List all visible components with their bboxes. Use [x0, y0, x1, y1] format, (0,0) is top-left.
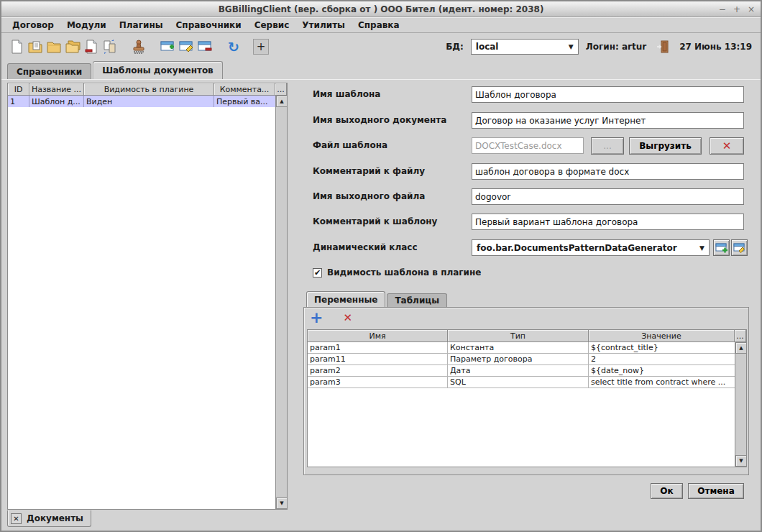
form-row-file-comment: Комментарий к файлу [303, 163, 749, 180]
menu-item-spravochniki[interactable]: Справочники [170, 20, 248, 30]
menu-item-dogovor[interactable]: Договор [6, 20, 60, 30]
bottom-tab-label: Документы [27, 513, 83, 523]
db-combobox[interactable]: local ▼ [471, 39, 579, 55]
table-row[interactable]: param2 Дата ${date_now} [308, 365, 735, 377]
cell-id: 1 [8, 96, 29, 107]
table-row[interactable]: 1 Шаблон д... Виден Первый ва... [8, 96, 275, 107]
datetime-label: 27 Июнь 13:19 [679, 42, 752, 52]
add-window-icon[interactable] [158, 37, 177, 56]
db-combobox-value: local [476, 42, 563, 52]
cell-var-name: param3 [308, 377, 448, 387]
templates-table-scrollbar[interactable]: ▲ ▼ [275, 96, 287, 509]
tab-peremennye[interactable]: Переменные [306, 291, 385, 307]
menu-item-moduli[interactable]: Модули [60, 20, 113, 30]
refresh-icon[interactable]: ↻ [224, 37, 243, 56]
template-name-input[interactable] [472, 86, 744, 103]
output-doc-name-input[interactable] [472, 112, 744, 129]
dynamic-class-value: foo.bar.DocumentsPatternDataGenerator [477, 243, 694, 253]
remove-window-icon[interactable] [196, 37, 214, 56]
templates-table: ID Название ... Видимость в плагине Комм… [7, 83, 288, 510]
table-row[interactable]: param1 Константа ${contract_title} [308, 342, 735, 354]
column-header-name[interactable]: Название ... [29, 83, 84, 96]
column-header-visibility[interactable]: Видимость в плагине [84, 83, 214, 96]
scrollbar-track[interactable] [276, 107, 287, 497]
tab-tablicy[interactable]: Таблицы [387, 293, 447, 307]
form-row-dynamic-class: Динамический класс foo.bar.DocumentsPatt… [303, 239, 749, 257]
scroll-down-icon[interactable]: ▼ [735, 455, 747, 467]
template-file-input [472, 137, 584, 154]
form-row-output-file-name: Имя выходного файла [303, 188, 749, 206]
cell-var-name: param2 [308, 365, 448, 376]
add-variable-icon[interactable]: + [310, 310, 323, 326]
cell-var-type: Параметр договора [448, 354, 589, 364]
scrollbar-track[interactable] [735, 354, 746, 455]
upload-file-button[interactable]: Выгрузить [629, 137, 702, 155]
add-class-button[interactable] [713, 239, 730, 256]
file-comment-input[interactable] [472, 163, 744, 180]
content-area: ID Название ... Видимость в плагине Комм… [1, 79, 761, 512]
column-header-id[interactable]: ID [8, 83, 29, 96]
cell-var-type: Дата [448, 365, 589, 376]
delete-document-icon[interactable] [82, 37, 101, 56]
login-label: Логин: artur [586, 42, 646, 52]
chevron-down-icon: ▼ [569, 43, 574, 50]
logout-door-icon[interactable] [653, 37, 672, 56]
cell-var-name: param11 [308, 354, 448, 364]
form-row-template-name: Имя шаблона [303, 86, 749, 104]
minimize-icon[interactable]: − [719, 4, 726, 14]
scroll-up-icon[interactable]: ▲ [276, 96, 288, 107]
scroll-up-icon[interactable]: ▲ [735, 342, 747, 354]
maximize-icon[interactable]: + [733, 4, 740, 14]
toolbar-plus-button[interactable]: + [253, 39, 269, 55]
table-row[interactable]: param11 Параметр договора 2 [308, 354, 735, 365]
title-bar[interactable]: BGBillingClient (вер. сборка от ) ООО Би… [1, 1, 761, 17]
chevron-down-icon: ▼ [699, 244, 704, 252]
scroll-down-icon[interactable]: ▼ [276, 497, 288, 509]
cancel-button[interactable]: Отмена [688, 483, 744, 499]
browse-file-button[interactable]: ... [591, 137, 624, 155]
tab-shablony-dokumentov[interactable]: Шаблоны документов [93, 61, 223, 79]
column-header-var-type[interactable]: Тип [448, 330, 589, 342]
column-header-var-value[interactable]: Значение [589, 330, 735, 342]
form-row-template-file: Файл шаблона ... Выгрузить ✕ [303, 137, 749, 155]
clear-file-button[interactable]: ✕ [710, 137, 744, 155]
column-header-var-name[interactable]: Имя [308, 330, 448, 342]
variables-tabstrip: Переменные Таблицы [303, 291, 449, 307]
template-comment-input[interactable] [472, 214, 744, 230]
folder-icon[interactable] [45, 37, 63, 56]
variables-table: Имя Тип Значение ... param1 Константа ${… [307, 329, 747, 467]
checkbox-checked-icon[interactable]: ✔ [313, 268, 322, 278]
new-document-icon[interactable] [7, 37, 26, 56]
column-header-comment[interactable]: Коммента... [214, 83, 275, 96]
add-window-icon [715, 242, 728, 254]
menu-item-spravka[interactable]: Справка [352, 20, 406, 30]
column-chooser-button[interactable]: ... [735, 330, 746, 342]
menu-item-servis[interactable]: Сервис [248, 20, 296, 30]
dynamic-class-label: Динамический класс [313, 242, 418, 252]
table-row[interactable]: param3 SQL select title from contract wh… [308, 377, 735, 388]
open-document-icon[interactable] [26, 37, 45, 56]
window-title: BGBillingClient (вер. сборка от ) ООО Би… [219, 4, 544, 14]
variables-table-scrollbar[interactable]: ▲ ▼ [735, 342, 746, 467]
edit-window-icon[interactable] [177, 37, 196, 56]
column-chooser-button[interactable]: ... [275, 83, 287, 96]
output-file-name-input[interactable] [472, 188, 744, 205]
tab-dokumenty[interactable]: ✕ Документы [7, 510, 91, 527]
templates-table-header: ID Название ... Видимость в плагине Комм… [8, 83, 287, 96]
ok-button[interactable]: Ок [651, 483, 683, 499]
cell-var-type: Константа [448, 342, 589, 353]
delete-variable-icon[interactable]: ✕ [343, 311, 352, 324]
dynamic-class-combobox[interactable]: foo.bar.DocumentsPatternDataGenerator ▼ [472, 239, 710, 256]
close-tab-icon[interactable]: ✕ [11, 513, 22, 524]
edit-class-button[interactable] [731, 239, 748, 256]
tab-spravochniki[interactable]: Справочники [7, 63, 91, 79]
menu-item-plaginy[interactable]: Плагины [113, 20, 170, 30]
close-icon[interactable]: × [748, 4, 755, 14]
visibility-checkbox-row[interactable]: ✔ Видимость шаблона в плагине [313, 267, 481, 278]
stamp-icon[interactable] [129, 37, 148, 56]
folders-icon[interactable] [63, 37, 82, 56]
cell-var-value: 2 [589, 354, 735, 364]
copy-document-icon[interactable] [101, 37, 119, 56]
cell-comment: Первый ва... [214, 96, 275, 107]
menu-item-utility[interactable]: Утилиты [295, 20, 352, 30]
